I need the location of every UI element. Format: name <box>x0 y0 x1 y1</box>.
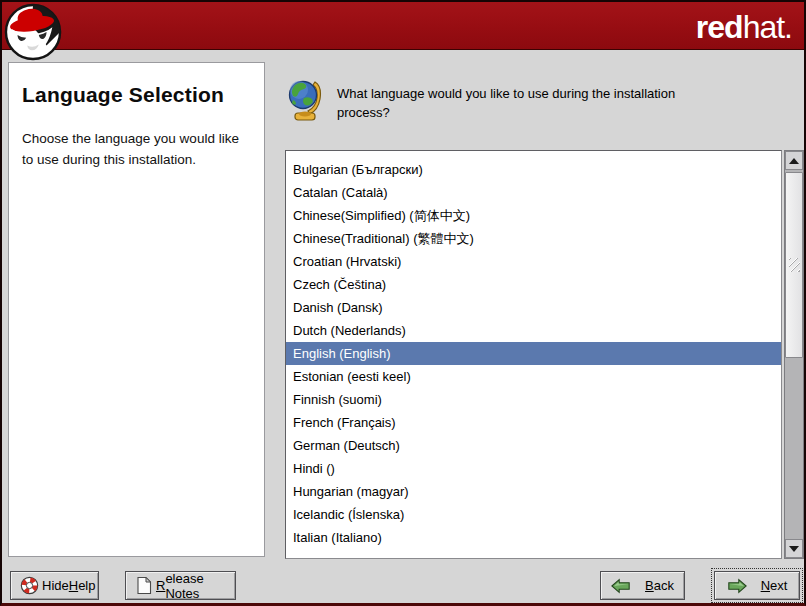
list-item-estonian[interactable]: Estonian (eesti keel) <box>286 365 781 388</box>
scroll-down-button[interactable] <box>785 539 803 558</box>
language-list-container: Bulgarian (Български) Catalan (Català) C… <box>285 150 804 559</box>
triangle-up-icon <box>789 158 799 164</box>
wordmark-hat: hat. <box>743 9 792 45</box>
next-button[interactable]: Next <box>714 571 800 600</box>
arrow-right-icon <box>727 578 747 594</box>
list-item-italian[interactable]: Italian (Italiano) <box>286 526 781 549</box>
next-label-post: ext <box>770 578 787 593</box>
list-item-chinese-traditional[interactable]: Chinese(Traditional) (繁體中文) <box>286 227 781 250</box>
release-notes-label-post: elease Notes <box>165 571 226 601</box>
arrow-left-icon <box>611 578 631 594</box>
redhat-shadowman-logo-icon <box>4 3 62 61</box>
hide-help-label-pre: Hide <box>42 578 69 593</box>
release-notes-accel: R <box>156 578 165 593</box>
vertical-scrollbar[interactable] <box>784 150 804 559</box>
question-row: What language would you like to use duri… <box>287 76 787 123</box>
list-item-croatian[interactable]: Croatian (Hrvatski) <box>286 250 781 273</box>
wordmark-red: red <box>696 9 743 45</box>
lifebuoy-icon <box>20 576 39 595</box>
list-item-hindi[interactable]: Hindi () <box>286 457 781 480</box>
next-accel: N <box>761 578 770 593</box>
list-item-catalan[interactable]: Catalan (Català) <box>286 181 781 204</box>
list-item-danish[interactable]: Danish (Dansk) <box>286 296 781 319</box>
hide-help-button[interactable]: Hide Help <box>10 571 99 600</box>
header-bar: redhat. <box>2 2 804 50</box>
list-item-bulgarian[interactable]: Bulgarian (Български) <box>286 158 781 181</box>
list-item-hungarian[interactable]: Hungarian (magyar) <box>286 480 781 503</box>
triangle-down-icon <box>789 546 799 552</box>
language-listbox[interactable]: Bulgarian (Български) Catalan (Català) C… <box>285 150 782 559</box>
list-item-english-selected[interactable]: English (English) <box>286 342 781 365</box>
document-icon <box>135 576 153 595</box>
back-accel: B <box>645 578 654 593</box>
question-text: What language would you like to use duri… <box>337 85 715 123</box>
help-description: Choose the language you would like to us… <box>22 129 251 171</box>
scrollbar-thumb[interactable] <box>785 172 803 358</box>
release-notes-button[interactable]: Release Notes <box>125 571 236 600</box>
list-item-chinese-simplified[interactable]: Chinese(Simplified) (简体中文) <box>286 204 781 227</box>
hide-help-label-post: elp <box>78 578 95 593</box>
installer-window: redhat. Language Selection Choose the la… <box>0 0 806 606</box>
redhat-wordmark: redhat. <box>696 8 792 46</box>
list-item-czech[interactable]: Czech (Čeština) <box>286 273 781 296</box>
globe-icon <box>287 76 322 121</box>
hide-help-accel: H <box>69 578 78 593</box>
list-item-finnish[interactable]: Finnish (suomi) <box>286 388 781 411</box>
help-panel: Language Selection Choose the language y… <box>8 62 265 557</box>
list-item-german[interactable]: German (Deutsch) <box>286 434 781 457</box>
list-item-dutch[interactable]: Dutch (Nederlands) <box>286 319 781 342</box>
list-item-french[interactable]: French (Français) <box>286 411 781 434</box>
scroll-up-button[interactable] <box>785 151 803 170</box>
list-item-icelandic[interactable]: Icelandic (Íslenska) <box>286 503 781 526</box>
back-label-post: ack <box>654 578 674 593</box>
page-title: Language Selection <box>22 83 251 107</box>
back-button[interactable]: Back <box>600 571 685 600</box>
